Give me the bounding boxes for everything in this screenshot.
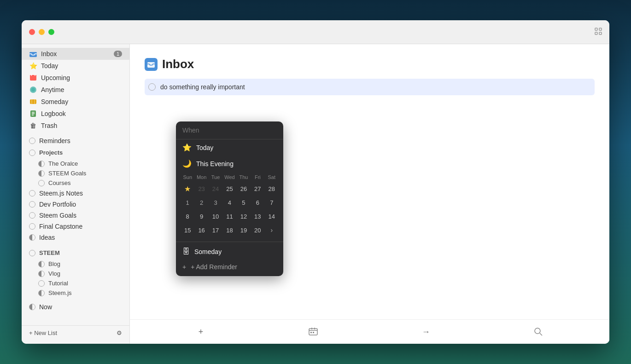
when-evening-option[interactable]: 🌙 This Evening xyxy=(176,156,283,172)
maximize-button[interactable] xyxy=(48,29,54,35)
traffic-lights xyxy=(29,29,54,35)
logbook-label: Logbook xyxy=(41,110,66,117)
cal-5[interactable]: 5 xyxy=(237,196,251,209)
svg-rect-4 xyxy=(29,52,37,57)
task-item[interactable]: do something really important xyxy=(145,79,595,95)
dev-portfolio-icon xyxy=(29,201,35,208)
fullscreen-icon[interactable] xyxy=(595,28,602,35)
personal-icon xyxy=(29,150,35,156)
sidebar-item-today[interactable]: ⭐ Today xyxy=(22,60,129,72)
someday-label: Someday xyxy=(41,98,68,105)
sidebar-item-now[interactable]: Now xyxy=(22,301,129,312)
cal-4[interactable]: 4 xyxy=(222,196,236,209)
cal-17[interactable]: 17 xyxy=(209,224,222,237)
sidebar-item-courses[interactable]: Courses xyxy=(22,178,129,188)
cal-7[interactable]: 7 xyxy=(265,196,279,209)
sidebar-item-logbook[interactable]: Logbook xyxy=(22,108,129,120)
task-checkbox[interactable] xyxy=(148,83,156,91)
cal-6[interactable]: 6 xyxy=(251,196,264,209)
sidebar-section-steem: STEEM xyxy=(22,247,129,259)
cal-16[interactable]: 16 xyxy=(195,224,209,237)
when-add-reminder-option[interactable]: + + Add Reminder xyxy=(176,260,283,276)
add-reminder-plus-icon: + xyxy=(182,263,186,271)
new-list-bar[interactable]: + New List ⚙ xyxy=(22,326,129,340)
calendar-view-button[interactable] xyxy=(306,324,321,339)
courses-icon xyxy=(38,180,45,186)
sidebar-item-ideas[interactable]: Ideas xyxy=(22,232,129,243)
sidebar-item-tutorial[interactable]: Tutorial xyxy=(22,278,129,288)
cal-14[interactable]: 14 xyxy=(265,210,279,223)
cal-12[interactable]: 12 xyxy=(237,210,251,223)
calendar-container: Sun Mon Tue Wed Thu Fri Sat ★ 23 24 25 xyxy=(176,172,283,240)
vlog-icon xyxy=(38,271,45,277)
cal-28[interactable]: 28 xyxy=(265,182,279,195)
cal-15[interactable]: 15 xyxy=(181,224,194,237)
sidebar-section-personal: Projects xyxy=(22,146,129,159)
svg-rect-0 xyxy=(595,28,597,30)
svg-rect-6 xyxy=(30,75,36,77)
when-today-option[interactable]: ⭐ Today xyxy=(176,139,283,156)
sidebar-item-steem-goals[interactable]: Steem Goals xyxy=(22,210,129,221)
sidebar-item-blog[interactable]: Blog xyxy=(22,259,129,269)
cal-1[interactable]: 1 xyxy=(181,196,194,209)
main-content: Inbox do something really important + xyxy=(130,44,609,344)
title-bar xyxy=(22,20,609,44)
inbox-badge: 1 xyxy=(114,51,122,57)
main-title: Inbox xyxy=(162,57,194,71)
steem-section-icon xyxy=(29,250,35,256)
cal-9[interactable]: 9 xyxy=(195,210,209,223)
add-task-button[interactable]: + xyxy=(193,324,208,339)
cal-13[interactable]: 13 xyxy=(251,210,264,223)
cal-3[interactable]: 3 xyxy=(209,196,222,209)
cal-26[interactable]: 26 xyxy=(237,182,251,195)
today-label: Today xyxy=(41,62,58,69)
cal-8[interactable]: 8 xyxy=(181,210,194,223)
when-popup: ⭐ Today 🌙 This Evening Sun Mon Tue Wed T… xyxy=(176,121,283,276)
minimize-button[interactable] xyxy=(39,29,45,35)
cal-10[interactable]: 10 xyxy=(209,210,222,223)
calendar-grid: ★ 23 24 25 26 27 28 1 2 3 4 5 6 xyxy=(181,182,279,237)
tutorial-icon xyxy=(38,280,45,287)
search-button[interactable] xyxy=(531,324,546,339)
cal-27[interactable]: 27 xyxy=(251,182,264,195)
new-list-label: + New List xyxy=(29,329,57,336)
app-body: Inbox 1 ⭐ Today Upcoming xyxy=(22,44,609,344)
sidebar-item-final-capstone[interactable]: Final Capstone xyxy=(22,221,129,232)
cal-24[interactable]: 24 xyxy=(209,182,222,195)
sidebar-item-inbox[interactable]: Inbox 1 xyxy=(22,48,129,60)
move-button[interactable]: → xyxy=(419,324,433,339)
cal-2[interactable]: 2 xyxy=(195,196,209,209)
cal-23[interactable]: 23 xyxy=(195,182,209,195)
cal-18[interactable]: 18 xyxy=(222,224,236,237)
cal-11[interactable]: 11 xyxy=(222,210,236,223)
cal-20[interactable]: 20 xyxy=(251,224,264,237)
sidebar-item-reminders[interactable]: Reminders xyxy=(22,135,129,146)
sidebar-item-trash[interactable]: 🗑 Trash xyxy=(22,120,129,132)
sidebar-item-vlog[interactable]: Vlog xyxy=(22,269,129,278)
upcoming-icon xyxy=(29,74,37,82)
sidebar-item-the-oracle[interactable]: The Oralce xyxy=(22,159,129,168)
when-search-input[interactable] xyxy=(182,127,277,134)
sidebar-item-someday[interactable]: Someday xyxy=(22,96,129,108)
move-icon: → xyxy=(422,327,430,337)
steemjs-icon xyxy=(38,290,45,296)
reminders-circle-icon xyxy=(29,138,35,144)
sidebar-item-upcoming[interactable]: Upcoming xyxy=(22,72,129,84)
adjust-icon[interactable]: ⚙ xyxy=(117,329,122,336)
cal-19[interactable]: 19 xyxy=(237,224,251,237)
close-button[interactable] xyxy=(29,29,35,35)
sidebar-item-steemjs[interactable]: Steem.js xyxy=(22,288,129,298)
steem-label: STEEM xyxy=(39,249,60,256)
sidebar-item-anytime[interactable]: Anytime xyxy=(22,84,129,96)
sidebar-item-steem-goals-sub[interactable]: STEEM Goals xyxy=(22,168,129,178)
upcoming-label: Upcoming xyxy=(41,74,70,81)
cal-star[interactable]: ★ xyxy=(181,182,194,195)
when-someday-option[interactable]: 🗄 Someday xyxy=(176,244,283,260)
task-text: do something really important xyxy=(160,83,245,91)
search-icon xyxy=(534,327,543,336)
cal-25[interactable]: 25 xyxy=(222,182,236,195)
cal-next-arrow[interactable]: › xyxy=(265,224,279,237)
sidebar-item-dev-portfolio[interactable]: Dev Portfolio xyxy=(22,199,129,210)
calendar-days-header: Sun Mon Tue Wed Thu Fri Sat xyxy=(181,174,279,180)
sidebar-item-steemjs-notes[interactable]: Steem.js Notes xyxy=(22,188,129,199)
